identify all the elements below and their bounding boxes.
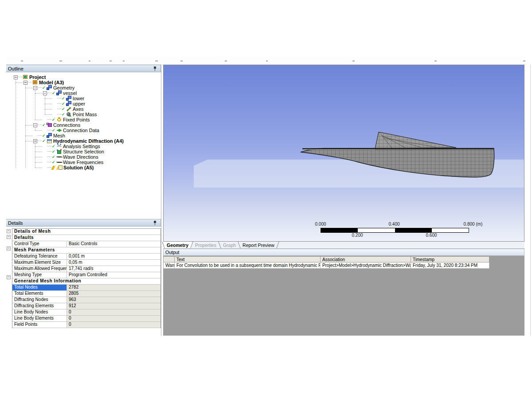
anchor-icon	[56, 117, 62, 122]
tree-item-vessel[interactable]: ✓vessel	[6, 90, 160, 96]
details-section-header[interactable]: Mesh Parameters	[12, 247, 160, 253]
details-value[interactable]: 0	[67, 316, 160, 321]
details-label[interactable]: Defeaturing Tolerance	[12, 254, 67, 259]
details-label[interactable]: Line Body Nodes	[12, 309, 67, 315]
analysis-icon	[56, 144, 62, 149]
details-label[interactable]: Maximum Element Size	[12, 260, 67, 266]
details-label[interactable]: Diffracting Nodes	[12, 297, 67, 303]
tree-item-connection-data[interactable]: ✓Connection Data	[6, 128, 160, 133]
details-value[interactable]: 0	[67, 322, 160, 328]
details-value[interactable]: Basic Controls	[67, 241, 160, 247]
tree-item-structure-selection[interactable]: ✓Structure Selection	[6, 149, 160, 154]
tab-properties: Properties	[192, 242, 219, 248]
details-label[interactable]: Total Elements	[12, 291, 67, 297]
details-panel: Details Details of MeshDefaultsControl T…	[6, 219, 161, 336]
check-mark-icon: ✓	[52, 128, 56, 133]
tree-item-label: Structure Selection	[62, 149, 104, 154]
details-value[interactable]: 963	[67, 297, 160, 303]
output-row[interactable]: WarningFor Convolution to be used in a s…	[163, 262, 489, 269]
tab-geometry[interactable]: Geometry	[164, 242, 192, 248]
tree-item-model-a3[interactable]: Model (A3)	[6, 80, 160, 85]
tree-item-hydrodynamic-diffraction-a4[interactable]: ✓Hydrodynamic Diffraction (A4)	[6, 138, 160, 144]
details-row-total-elements: Total Elements2805	[12, 291, 160, 297]
tree-connector	[28, 82, 32, 83]
axes-icon	[66, 106, 72, 112]
output-column-header[interactable]: Association	[321, 256, 411, 262]
section-collapse-box[interactable]	[7, 229, 11, 233]
solution-icon	[57, 165, 63, 170]
tree-connector	[35, 130, 42, 131]
pin-icon[interactable]	[153, 66, 157, 71]
tree-item-fixed-points[interactable]: ✓Fixed Points	[6, 117, 160, 122]
tree-item-axes[interactable]: ✓Axes	[6, 106, 160, 112]
tree-item-project[interactable]: Project	[6, 74, 160, 80]
tree-item-mesh[interactable]: ✓Mesh	[6, 133, 160, 138]
details-value[interactable]: 912	[67, 303, 160, 309]
tree-item-point-mass[interactable]: ✓Point Mass	[6, 112, 160, 117]
tree-spacer	[43, 129, 47, 133]
details-section-header[interactable]: Defaults	[12, 235, 160, 241]
tree-connector	[35, 90, 35, 120]
tree-item-connections[interactable]: ✓Connections	[6, 122, 160, 128]
tree-connector	[25, 88, 32, 88]
details-label[interactable]: Line Body Elements	[12, 316, 67, 321]
tree-item-label: Fixed Points	[62, 117, 90, 122]
scale-label: 0.600	[418, 233, 445, 238]
details-label[interactable]: Control Type	[12, 241, 67, 247]
section-collapse-box[interactable]	[7, 246, 11, 250]
output-column-header[interactable]: Text	[175, 256, 321, 262]
details-label[interactable]: Total Nodes	[12, 285, 67, 290]
output-panel-header: Output	[163, 249, 524, 256]
details-label[interactable]: Maximum Allowed Frequency	[12, 266, 67, 272]
tree-item-upper[interactable]: ✓upper	[6, 101, 160, 106]
details-panel-header: Details	[6, 219, 161, 227]
details-table: Details of MeshDefaultsControl TypeBasic…	[12, 228, 161, 328]
output-column-header[interactable]: Timestamp	[411, 256, 489, 262]
output-column-header[interactable]	[163, 256, 175, 262]
section-collapse-box[interactable]	[7, 235, 11, 239]
check-mark-icon: ✓	[62, 112, 66, 117]
graphics-viewport[interactable]: 0.000 0.400 0.800 (m) 0.200 0.600	[163, 65, 524, 242]
check-mark-icon: ✓	[52, 91, 56, 95]
details-value[interactable]: 0,05 m	[67, 260, 160, 266]
details-value[interactable]: 2805	[67, 291, 160, 297]
details-label[interactable]: Meshing Type	[12, 272, 67, 278]
scale-label: 0.400	[381, 222, 407, 227]
details-section-header[interactable]: Details of Mesh	[12, 229, 160, 235]
tree-item-lower[interactable]: ✓lower	[6, 96, 160, 101]
details-value[interactable]: 0	[67, 309, 160, 315]
tree-item-wave-directions[interactable]: ✓Wave Directions	[6, 154, 160, 160]
tree-item-geometry[interactable]: ✓Geometry	[6, 85, 160, 90]
outline-panel-header: Outline	[6, 65, 161, 72]
tree-spacer	[53, 102, 57, 106]
details-row-mesh-parameters: Mesh Parameters	[12, 247, 160, 254]
details-panel-title: Details	[8, 220, 23, 226]
details-value[interactable]: 17,741 rad/s	[67, 266, 160, 272]
tree-item-analysis-settings[interactable]: ✓Analysis Settings	[6, 144, 160, 149]
tree-item-wave-frequencies[interactable]: ✓Wave Frequencies	[6, 160, 160, 165]
vessel-superstructure	[375, 132, 456, 149]
output-table: TextAssociationTimestampWarningFor Convo…	[163, 256, 489, 269]
details-value[interactable]: 2782	[67, 285, 160, 290]
details-label[interactable]: Diffracting Elements	[12, 303, 67, 309]
tree-connector	[35, 157, 42, 157]
cube-icon	[56, 90, 62, 96]
details-value[interactable]: Program Controlled	[67, 272, 160, 278]
tree-item-solution-a5[interactable]: Solution (A5)	[6, 165, 160, 170]
tree-item-label: Project	[28, 74, 46, 80]
tree-connector	[38, 87, 42, 88]
pin-icon[interactable]	[153, 221, 157, 226]
scale-ruler	[321, 228, 469, 233]
tree-connector	[25, 141, 32, 141]
tab-report-preview[interactable]: Report Preview	[239, 242, 278, 248]
details-section-header[interactable]: Generated Mesh Information	[12, 278, 160, 284]
details-row-line-body-nodes: Line Body Nodes0	[12, 309, 160, 316]
section-collapse-box[interactable]	[7, 275, 11, 279]
details-value[interactable]: 0,001 m	[67, 254, 160, 259]
project-icon	[23, 74, 28, 80]
vessel-mesh-scene	[164, 65, 524, 241]
output-panel-title: Output	[165, 250, 180, 255]
details-label[interactable]: Field Points	[12, 322, 67, 328]
check-mark-icon: ✓	[42, 86, 47, 90]
check-mark-icon: ✓	[52, 117, 56, 122]
